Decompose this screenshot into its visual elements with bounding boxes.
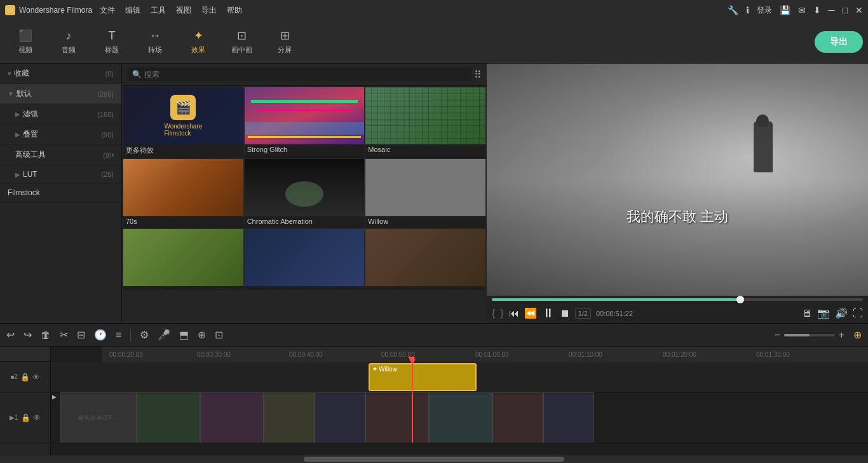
redo-button[interactable]: ↪ bbox=[22, 328, 33, 342]
content-area: ♥ 收藏 (0) ▼ 默认 (285) ▶ 滤镜 (160) ▶ 叠置 (90)… bbox=[0, 64, 868, 323]
app-title: Wondershare Filmora bbox=[19, 6, 92, 15]
playhead-triangle bbox=[408, 357, 416, 362]
sidebar-item-advanced[interactable]: 高级工具 (9) › bbox=[0, 145, 121, 165]
effect-thumb-chromatic bbox=[245, 159, 365, 216]
progress-bar[interactable] bbox=[492, 298, 863, 301]
scrollbar-thumb[interactable] bbox=[304, 457, 564, 462]
effect-item-more1[interactable] bbox=[123, 229, 243, 290]
insert-button[interactable]: ⊕ bbox=[196, 328, 207, 342]
menu-view[interactable]: 视图 bbox=[176, 5, 191, 16]
toolbar-label-pip: 画中画 bbox=[231, 45, 252, 55]
toolbar-btn-title[interactable]: T 标题 bbox=[92, 24, 132, 60]
adjust-button[interactable]: ≡ bbox=[114, 328, 123, 342]
effect-item-mosaic[interactable]: Mosaic bbox=[365, 87, 485, 158]
mirror-button[interactable]: ⊟ bbox=[76, 328, 86, 342]
video-icon: ⬛ bbox=[18, 29, 32, 43]
add-marker-button[interactable]: ⊕ bbox=[852, 328, 863, 342]
track-header-fx: ■2 🔒 👁 bbox=[0, 362, 50, 392]
progress-handle[interactable] bbox=[736, 296, 744, 303]
toolbar-btn-video[interactable]: ⬛ 视频 bbox=[5, 24, 46, 60]
menu-file[interactable]: 文件 bbox=[100, 5, 115, 16]
toolbar-btn-split[interactable]: ⊞ 分屏 bbox=[264, 24, 305, 60]
zoom-bar[interactable] bbox=[784, 334, 835, 336]
close-icon[interactable]: ✕ bbox=[855, 5, 863, 15]
visibility-icon[interactable]: 👁 bbox=[32, 373, 40, 382]
zoom-in-button[interactable]: + bbox=[837, 328, 846, 342]
main-lock-icon[interactable]: 🔒 bbox=[21, 413, 31, 422]
search-box[interactable]: 🔍 bbox=[127, 67, 471, 81]
glitch-bar4 bbox=[248, 136, 362, 138]
video-thumb-7 bbox=[429, 392, 492, 443]
info-icon[interactable]: ℹ bbox=[746, 5, 749, 15]
window-controls: 🔧 ℹ 登录 💾 ✉ ⬇ ─ □ ✕ bbox=[728, 5, 863, 16]
crop-button[interactable]: ⊡ bbox=[214, 328, 224, 342]
menu-tools[interactable]: 工具 bbox=[151, 5, 166, 16]
cut-button[interactable]: ✂ bbox=[58, 328, 69, 342]
maximize-icon[interactable]: □ bbox=[843, 5, 848, 15]
lock-icon[interactable]: 🔒 bbox=[20, 373, 30, 382]
sidebar-item-favorites[interactable]: ♥ 收藏 (0) bbox=[0, 64, 121, 84]
video-thumb-3 bbox=[200, 392, 264, 443]
download-icon[interactable]: ⬇ bbox=[813, 5, 821, 15]
filter-arrow-icon: ▶ bbox=[15, 111, 20, 118]
stop-button[interactable]: ⏹ bbox=[560, 308, 570, 319]
effect-star-icon: ★ bbox=[372, 366, 377, 372]
search-icon: 🔍 bbox=[132, 70, 142, 79]
title-icon: T bbox=[109, 29, 116, 43]
effect-item-filmstock[interactable]: 🎬 WondershareFilmstock 更多待效 bbox=[123, 87, 243, 158]
effect-block-willow[interactable]: ★ Willow bbox=[369, 363, 477, 391]
toolbar-btn-audio[interactable]: ♪ 音频 bbox=[48, 24, 89, 60]
willow-bg bbox=[365, 159, 485, 216]
delete-button[interactable]: 🗑 bbox=[39, 328, 52, 342]
sidebar-count-overlay: (90) bbox=[101, 131, 114, 139]
effect-item-willow[interactable]: Willow bbox=[365, 159, 485, 228]
skip-back-button[interactable]: ⏮ bbox=[509, 308, 519, 319]
toolbar-label-split: 分屏 bbox=[278, 45, 292, 55]
toolbar-btn-pip[interactable]: ⊡ 画中画 bbox=[221, 24, 262, 60]
grid-toggle-icon[interactable]: ⠿ bbox=[474, 69, 482, 81]
ruler-mark-2: 00:00:30:00 bbox=[197, 351, 231, 358]
effect-item-more2[interactable] bbox=[245, 229, 365, 290]
glitch-bar3 bbox=[245, 122, 365, 135]
sidebar-item-lut[interactable]: ▶ LUT (26) bbox=[0, 165, 121, 184]
menu-export[interactable]: 导出 bbox=[201, 5, 217, 16]
minimize-icon[interactable]: ─ bbox=[829, 5, 835, 15]
sidebar-item-default[interactable]: ▼ 默认 (285) bbox=[0, 84, 121, 104]
search-input[interactable] bbox=[144, 70, 466, 79]
audio-icon: ♪ bbox=[66, 29, 72, 43]
effect-item-chromatic[interactable]: Chromatic Aberration bbox=[245, 159, 365, 228]
screenshot-button[interactable]: 📷 bbox=[817, 307, 830, 319]
effect-item-strong-glitch[interactable]: Strong Glitch bbox=[245, 87, 365, 158]
sidebar-item-overlay[interactable]: ▶ 叠置 (90) bbox=[0, 125, 121, 145]
menu-edit[interactable]: 编辑 bbox=[125, 5, 140, 16]
pip-preview-button[interactable]: 🖥 bbox=[802, 308, 812, 319]
main-visibility-icon[interactable]: 👁 bbox=[33, 413, 41, 422]
fullscreen-button[interactable]: ⛶ bbox=[853, 308, 863, 319]
effect-settings-button[interactable]: ⚙ bbox=[139, 328, 150, 342]
toolbar-btn-effects[interactable]: ✦ 效果 bbox=[178, 24, 219, 60]
volume-button[interactable]: 🔊 bbox=[835, 307, 848, 319]
history-button[interactable]: 🕐 bbox=[93, 328, 108, 342]
effect-thumb-more2 bbox=[245, 229, 365, 286]
sidebar-item-filmstock[interactable]: Filmstock bbox=[0, 184, 121, 202]
menu-help[interactable]: 帮助 bbox=[227, 5, 242, 16]
mail-icon[interactable]: ✉ bbox=[798, 5, 806, 15]
effect-item-70s[interactable]: 70s bbox=[123, 159, 243, 228]
video-thumb-2 bbox=[137, 392, 200, 443]
zoom-out-button[interactable]: − bbox=[773, 328, 781, 342]
sidebar-item-filter[interactable]: ▶ 滤镜 (160) bbox=[0, 104, 121, 125]
effect-item-more3[interactable] bbox=[365, 229, 485, 290]
export-button[interactable]: 导出 bbox=[815, 31, 863, 53]
mute-button[interactable]: 🎤 bbox=[156, 328, 172, 342]
step-back-button[interactable]: ⏪ bbox=[524, 307, 537, 319]
settings-icon[interactable]: 🔧 bbox=[728, 5, 738, 15]
save-icon[interactable]: 💾 bbox=[780, 5, 790, 15]
timeline-scrollbar[interactable] bbox=[0, 455, 868, 463]
play-button[interactable]: ⏸ bbox=[542, 306, 555, 321]
split-track-button[interactable]: ⬒ bbox=[178, 328, 190, 342]
undo-button[interactable]: ↩ bbox=[5, 328, 16, 342]
toolbar-label-transform: 转场 bbox=[148, 45, 162, 55]
login-label[interactable]: 登录 bbox=[757, 5, 772, 16]
toolbar-btn-transform[interactable]: ↔ 转场 bbox=[135, 24, 175, 60]
effect-label-strong-glitch: Strong Glitch bbox=[245, 144, 365, 156]
